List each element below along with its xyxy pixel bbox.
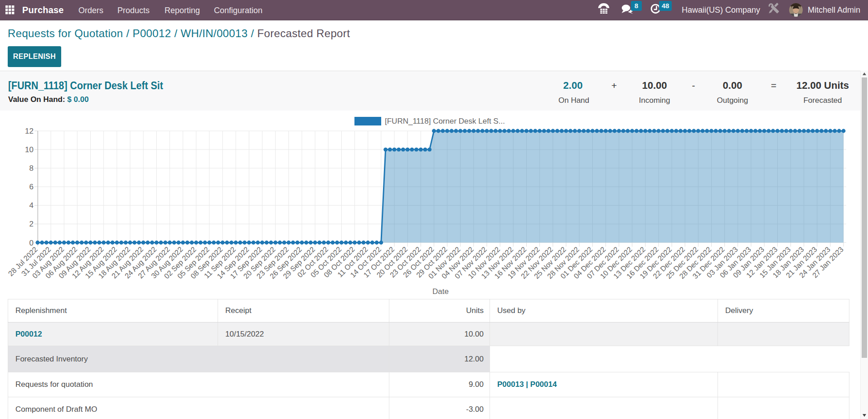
svg-text:4: 4 <box>29 201 34 210</box>
svg-text:Date: Date <box>432 287 449 296</box>
svg-text:[FURN_1118] Corner Desk Left S: [FURN_1118] Corner Desk Left S... <box>385 117 505 125</box>
svg-text:12: 12 <box>25 127 34 135</box>
svg-text:2: 2 <box>29 220 34 228</box>
svg-text:10: 10 <box>25 145 34 154</box>
svg-text:6: 6 <box>29 183 34 191</box>
svg-text:8: 8 <box>29 164 34 173</box>
